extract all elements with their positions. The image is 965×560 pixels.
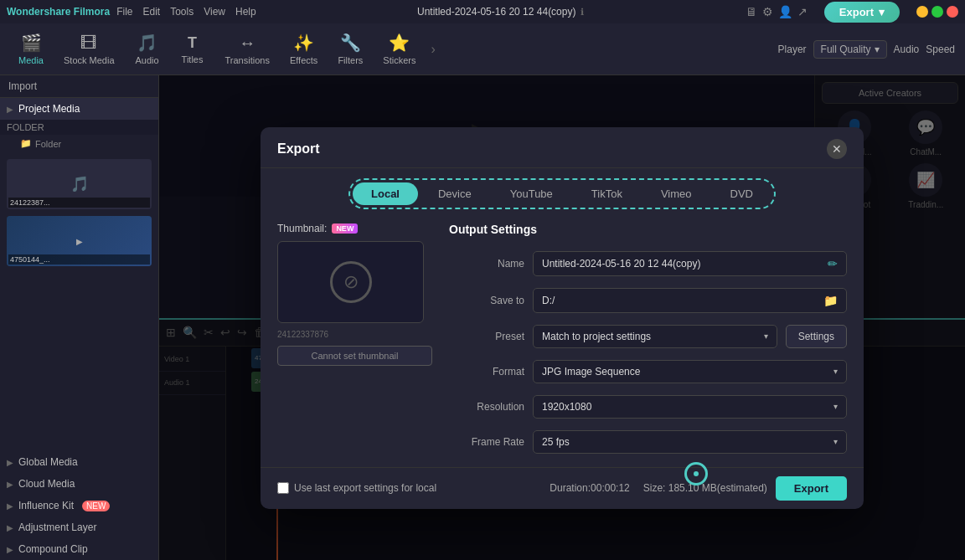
thumbnail-id: 24122337876 — [277, 330, 432, 339]
maximize-button[interactable] — [931, 6, 943, 18]
stock-media-label: Stock Media — [64, 55, 115, 65]
titles-label: Titles — [182, 54, 204, 64]
format-value: JPG Image Sequence — [542, 366, 640, 378]
frame-rate-value: 25 fps — [542, 436, 570, 448]
sidebar-folder[interactable]: 📁 Folder — [0, 135, 158, 152]
menu-tools[interactable]: Tools — [170, 6, 194, 18]
sidebar-item-adjustment-layer[interactable]: ▶ Adjustment Layer — [0, 516, 158, 538]
setting-row-frame-rate: Frame Rate 25 fps ▾ — [449, 430, 847, 454]
tab-dvd[interactable]: DVD — [712, 182, 771, 205]
effects-icon: ✨ — [293, 33, 314, 53]
preset-dropdown[interactable]: Match to project settings ▾ — [533, 325, 777, 348]
compound-clip-label: Compound Clip — [18, 543, 88, 555]
adjustment-layer-label: Adjustment Layer — [18, 521, 96, 533]
tab-tiktok[interactable]: TikTok — [573, 182, 641, 205]
toolbar-item-titles[interactable]: T Titles — [172, 31, 214, 68]
format-dropdown[interactable]: JPG Image Sequence ▾ — [533, 360, 847, 383]
modal-close-button[interactable]: ✕ — [827, 139, 847, 159]
media-label: Media — [18, 55, 44, 65]
export-button[interactable]: Export — [776, 476, 847, 501]
use-last-settings-checkbox[interactable]: Use last export settings for local — [277, 482, 436, 494]
main-layout: Import ▶ Project Media FOLDER 📁 Folder 🎵… — [0, 75, 965, 560]
media-thumb-2[interactable]: ▶ 4750144_... — [7, 216, 152, 266]
toolbar-item-stickers[interactable]: ⭐ Stickers — [374, 29, 424, 69]
filters-icon: 🔧 — [340, 33, 361, 53]
frame-rate-dropdown[interactable]: 25 fps ▾ — [533, 430, 847, 454]
name-text: Untitled-2024-05-16 20 12 44(copy) — [542, 258, 700, 270]
sidebar-item-influence-kit[interactable]: ▶ Influence Kit NEW — [0, 495, 158, 516]
sidebar-item-cloud-media[interactable]: ▶ Cloud Media — [0, 473, 158, 495]
format-label: Format — [449, 366, 524, 378]
use-last-settings-input[interactable] — [277, 482, 289, 494]
resolution-dropdown[interactable]: 1920x1080 ▾ — [533, 395, 847, 419]
cloud-media-label: Cloud Media — [18, 478, 75, 490]
minimize-button[interactable] — [916, 6, 928, 18]
quality-label: Full Quality — [821, 44, 871, 55]
media-icon: 🎬 — [21, 33, 42, 53]
title-bar-menu[interactable]: File Edit Tools View Help — [116, 6, 256, 18]
modal-body: Thumbnail: NEW ⊘ 24122337876 Cannot set … — [261, 209, 864, 467]
name-edit-icon[interactable]: ✏ — [828, 257, 838, 270]
tab-device[interactable]: Device — [420, 182, 490, 205]
modal-footer: Use last export settings for local Durat… — [261, 467, 864, 509]
preset-label: Preset — [449, 331, 524, 342]
resolution-label: Resolution — [449, 401, 524, 413]
menu-file[interactable]: File — [116, 6, 132, 18]
sidebar-item-global-media[interactable]: ▶ Global Media — [0, 451, 158, 473]
export-modal: Export ✕ Local Device YouTube — [261, 127, 864, 509]
toolbar-item-media[interactable]: 🎬 Media — [10, 29, 52, 69]
media-thumb-1[interactable]: 🎵 24122387... — [7, 159, 152, 209]
menu-help[interactable]: Help — [235, 6, 256, 18]
settings-button[interactable]: Settings — [786, 325, 847, 348]
filters-label: Filters — [338, 55, 363, 65]
sidebar-item-project-media[interactable]: ▶ Project Media — [0, 98, 158, 120]
tab-local[interactable]: Local — [353, 182, 418, 205]
resolution-value: 1920x1080 — [542, 401, 591, 413]
setting-row-format: Format JPG Image Sequence ▾ — [449, 360, 847, 383]
toolbar-item-audio[interactable]: 🎵 Audio — [126, 29, 168, 69]
modal-overlay: Export ✕ Local Device YouTube — [159, 75, 965, 560]
stickers-label: Stickers — [383, 55, 415, 65]
thumbnail-new-badge: NEW — [332, 223, 358, 234]
output-settings-title: Output Settings — [449, 223, 847, 236]
menu-edit[interactable]: Edit — [142, 6, 160, 18]
sidebar: Import ▶ Project Media FOLDER 📁 Folder 🎵… — [0, 75, 159, 560]
toolbar-item-effects[interactable]: ✨ Effects — [281, 29, 326, 69]
modal-title: Export — [277, 141, 320, 157]
save-to-folder-icon[interactable]: 📁 — [823, 294, 838, 307]
toolbar-more-arrow[interactable]: › — [431, 42, 435, 57]
tab-vimeo[interactable]: Vimeo — [642, 182, 710, 205]
toolbar-item-stock-media[interactable]: 🎞 Stock Media — [55, 30, 123, 69]
duration-stat: Duration:00:00:12 — [550, 482, 629, 494]
toolbar: 🎬 Media 🎞 Stock Media 🎵 Audio T Titles ↔… — [0, 23, 965, 75]
global-media-arrow: ▶ — [7, 458, 13, 467]
icon-monitor: 🖥 — [746, 5, 757, 18]
resolution-chevron: ▾ — [833, 402, 838, 411]
project-media-label: Project Media — [18, 103, 80, 115]
quality-chevron: ▾ — [875, 44, 880, 55]
transitions-label: Transitions — [225, 55, 270, 65]
setting-row-name: Name Untitled-2024-05-16 20 12 44(copy) … — [449, 251, 847, 276]
app-logo: Wondershare Filmora — [7, 6, 110, 18]
setting-row-resolution: Resolution 1920x1080 ▾ — [449, 395, 847, 419]
toolbar-item-transitions[interactable]: ↔ Transitions — [217, 30, 278, 69]
media-thumb-2-label: 4750144_... — [8, 254, 150, 265]
compound-clip-arrow: ▶ — [7, 545, 13, 554]
thumbnail-no-icon: ⊘ — [330, 261, 372, 303]
import-label: Import — [0, 75, 158, 98]
window-title: Untitled-2024-05-16 20 12 44(copy) ℹ — [417, 6, 584, 18]
menu-view[interactable]: View — [204, 6, 225, 18]
project-media-arrow: ▶ — [7, 105, 13, 114]
modal-tabs: Local Device YouTube TikTok Vimeo — [261, 168, 864, 209]
sidebar-item-compound-clip[interactable]: ▶ Compound Clip — [0, 538, 158, 560]
cannot-set-thumbnail-button[interactable]: Cannot set thumbnail — [277, 346, 432, 366]
close-button[interactable] — [947, 6, 958, 18]
quality-dropdown[interactable]: Full Quality ▾ — [813, 40, 887, 59]
thumbnail-label: Thumbnail: NEW — [277, 223, 432, 234]
export-top-button[interactable]: Export ▾ — [824, 2, 900, 23]
title-bar-right: 🖥 ⚙ 👤 ↗ Export ▾ — [746, 2, 958, 23]
toolbar-item-filters[interactable]: 🔧 Filters — [329, 29, 371, 69]
tab-youtube[interactable]: YouTube — [492, 182, 571, 205]
icon-settings: ⚙ — [762, 5, 773, 18]
player-label: Player — [778, 44, 807, 55]
